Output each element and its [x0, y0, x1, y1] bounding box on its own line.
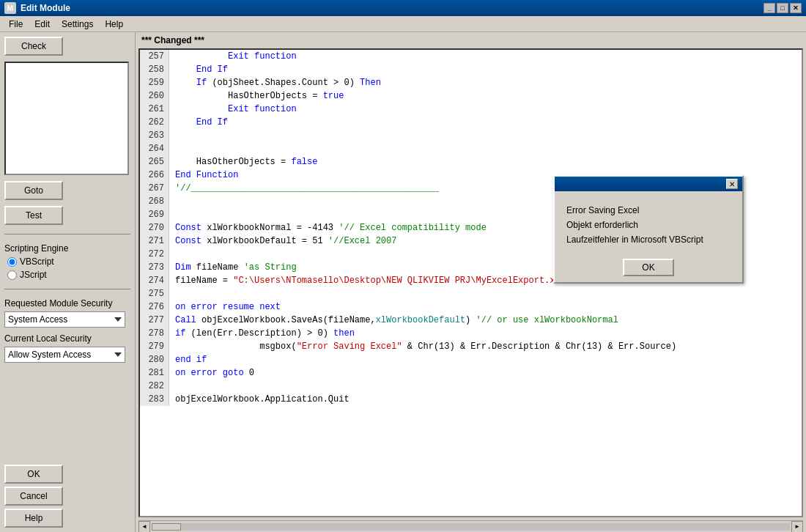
line-277: Call objExcelWorkbook.SaveAs(fileName,xl…	[175, 314, 796, 327]
error-line-1: Error Saving Excel	[566, 203, 731, 218]
scroll-right-arrow[interactable]: ►	[791, 521, 803, 533]
error-dialog: ✕ Error Saving Excel Objekt erforderlich…	[553, 175, 744, 284]
test-button[interactable]: Test	[4, 206, 63, 225]
menu-edit[interactable]: Edit	[29, 18, 56, 31]
line-259: If (objSheet.Shapes.Count > 0) Then	[175, 76, 796, 89]
menu-bar: File Edit Settings Help	[0, 16, 806, 32]
scroll-track[interactable]	[152, 523, 790, 531]
current-security-dropdown[interactable]: Allow System Access	[4, 347, 125, 363]
vbscript-label: VBScript	[20, 256, 54, 267]
left-panel: Check Goto Test Scripting Engine VBScrip…	[0, 32, 136, 532]
line-262: End If	[175, 116, 796, 129]
scripting-engine-radio-group: VBScript JScript	[4, 256, 130, 280]
vbscript-radio[interactable]	[7, 257, 17, 267]
scripting-engine-label: Scripting Engine	[4, 243, 130, 254]
changed-label: *** Changed ***	[136, 32, 806, 48]
window-controls: _ □ ✕	[764, 3, 802, 13]
line-276: on error resume next	[175, 300, 796, 314]
window-title: Edit Module	[21, 3, 764, 13]
line-275	[175, 287, 796, 300]
check-button[interactable]: Check	[4, 37, 63, 56]
requested-security-label: Requested Module Security	[4, 298, 130, 309]
error-dialog-close-button[interactable]: ✕	[726, 179, 738, 189]
requested-security-section: Requested Module Security System Access	[4, 298, 130, 328]
line-257: Exit function	[175, 50, 796, 63]
scroll-thumb[interactable]	[152, 523, 181, 531]
current-security-section: Current Local Security Allow System Acce…	[4, 333, 130, 363]
error-dialog-footer: OK	[555, 253, 742, 282]
error-dialog-ok-button[interactable]: OK	[623, 259, 674, 276]
ok-button[interactable]: OK	[4, 465, 63, 484]
app-icon: M	[4, 2, 16, 14]
error-line-2: Objekt erforderlich	[566, 218, 731, 232]
bottom-buttons: OK Cancel Help	[4, 465, 130, 528]
error-dialog-body: Error Saving Excel Objekt erforderlich L…	[555, 191, 742, 253]
line-280: end if	[175, 353, 796, 366]
line-283: objExcelWorkbook.Application.Quit	[175, 393, 796, 406]
vbscript-radio-label[interactable]: VBScript	[7, 256, 130, 267]
current-security-label: Current Local Security	[4, 333, 130, 344]
line-numbers: 257 258 259 260 261 262 263 264 265 266 …	[140, 50, 169, 406]
maximize-button[interactable]: □	[777, 3, 788, 13]
main-container: Check Goto Test Scripting Engine VBScrip…	[0, 32, 806, 532]
code-panel: *** Changed *** 257 258 259 260 261 262 …	[136, 32, 806, 532]
divider-1	[4, 234, 130, 234]
minimize-button[interactable]: _	[764, 3, 775, 13]
scroll-left-arrow[interactable]: ◄	[138, 521, 150, 533]
line-260: HasOtherObjects = true	[175, 89, 796, 103]
divider-2	[4, 289, 130, 289]
requested-security-dropdown[interactable]: System Access	[4, 311, 125, 328]
horizontal-scrollbar[interactable]: ◄ ►	[138, 520, 803, 532]
help-button[interactable]: Help	[4, 509, 63, 528]
menu-file[interactable]: File	[3, 18, 29, 31]
line-282	[175, 380, 796, 393]
line-264	[175, 142, 796, 155]
line-281: on error goto 0	[175, 366, 796, 380]
jscript-radio[interactable]	[7, 270, 17, 280]
scripting-engine-section: Scripting Engine VBScript JScript	[4, 243, 130, 280]
line-258: End If	[175, 63, 796, 76]
cancel-button[interactable]: Cancel	[4, 487, 63, 506]
close-button[interactable]: ✕	[790, 3, 802, 13]
line-265: HasOtherObjects = false	[175, 155, 796, 169]
line-263	[175, 129, 796, 142]
line-278: if (len(Err.Description) > 0) then	[175, 327, 796, 340]
jscript-radio-label[interactable]: JScript	[7, 270, 130, 280]
menu-help[interactable]: Help	[99, 18, 129, 31]
menu-settings[interactable]: Settings	[56, 18, 99, 31]
preview-box	[4, 62, 129, 175]
goto-button[interactable]: Goto	[4, 181, 63, 200]
jscript-label: JScript	[20, 270, 47, 280]
line-261: Exit function	[175, 103, 796, 116]
error-dialog-titlebar: ✕	[555, 177, 742, 191]
title-bar: M Edit Module _ □ ✕	[0, 0, 806, 16]
line-279: msgbox("Error Saving Excel" & Chr(13) & …	[175, 340, 796, 353]
error-line-3: Laufzeitfehler in Microsoft VBScript	[566, 232, 731, 247]
